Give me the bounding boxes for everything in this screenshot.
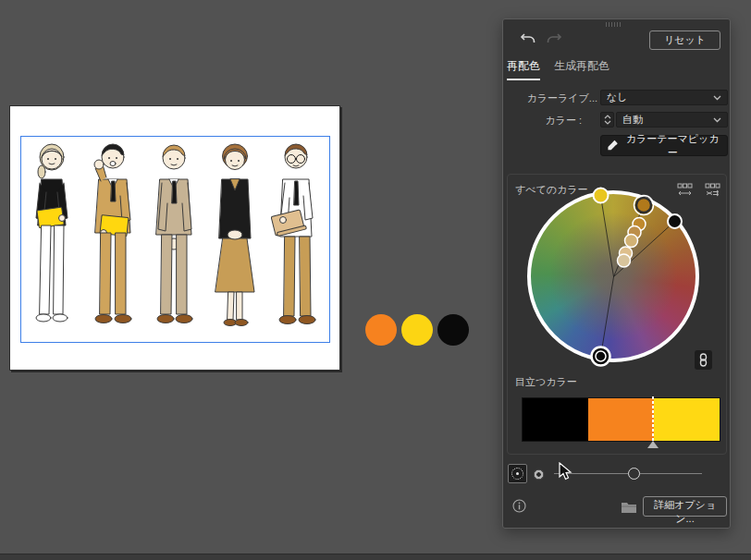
wheel-color-handle-7[interactable] <box>668 214 682 228</box>
mouse-cursor <box>559 462 572 481</box>
info-icon <box>512 499 526 513</box>
person-4 <box>215 144 254 326</box>
advanced-options-button[interactable]: 詳細オプション... <box>643 496 727 517</box>
recolor-panel: リセット 再配色 生成再配色 カラーライブ... なし カラー : 自動 カラー… <box>502 18 731 529</box>
prominent-bar-handle[interactable] <box>647 441 659 448</box>
person-3 <box>156 145 192 323</box>
prominent-bar-divider[interactable] <box>652 396 654 441</box>
artwork-swatch-yellow[interactable] <box>401 314 433 346</box>
wheel-color-handle-2[interactable] <box>625 235 638 248</box>
wheel-display-brightness-toggle[interactable] <box>529 465 548 484</box>
brightness-wheel-icon <box>534 469 544 480</box>
tab-recolor[interactable]: 再配色 <box>507 58 540 80</box>
folder-icon <box>621 501 637 514</box>
color-theme-picker-button[interactable]: カラーテーマピッカー <box>600 135 728 156</box>
stepper-arrows-icon <box>604 115 611 125</box>
undo-button[interactable] <box>518 31 538 48</box>
app-root: { "app": {"background": "#525252"}, "can… <box>0 0 751 560</box>
saturation-wheel-icon <box>511 468 523 480</box>
link-harmony-icon <box>695 350 712 370</box>
tab-generative-recolor[interactable]: 生成再配色 <box>554 58 609 80</box>
chevron-down-icon <box>713 95 721 101</box>
artwork-swatch-black[interactable] <box>437 314 469 346</box>
save-to-library-button[interactable] <box>620 501 637 515</box>
color-library-dropdown[interactable]: なし <box>600 90 728 105</box>
color-library-label: カラーライブ... <box>505 91 597 105</box>
wheel-color-handle-5[interactable] <box>594 189 609 203</box>
redo-button[interactable] <box>544 31 564 48</box>
color-wheel-section: すべてのカラー 目立つカラー <box>507 174 727 455</box>
artwork-illustration[interactable] <box>21 137 329 342</box>
prominent-colors-bar <box>522 397 720 442</box>
colors-count-dropdown[interactable]: 自動 <box>616 112 728 128</box>
person-5 <box>271 144 315 324</box>
bottom-strip <box>0 554 751 560</box>
wheel-display-saturation-toggle[interactable] <box>508 464 527 483</box>
artwork-selection-box[interactable] <box>20 136 330 343</box>
person-1 <box>36 144 68 322</box>
tab-bar: 再配色 生成再配色 <box>507 58 609 80</box>
artwork-swatch-orange[interactable] <box>365 314 397 346</box>
eyedropper-icon <box>607 140 618 152</box>
prominent-color-segment-0[interactable] <box>523 398 588 441</box>
chevron-down-icon <box>713 117 721 123</box>
prominent-color-segment-2[interactable] <box>654 398 720 441</box>
wheel-color-handle-6[interactable] <box>636 198 651 213</box>
prominent-colors-label: 目立つカラー <box>515 375 577 389</box>
wheel-color-handle-4[interactable] <box>618 254 631 267</box>
brightness-slider-knob[interactable] <box>628 468 640 480</box>
person-2 <box>94 144 131 323</box>
prominent-color-segment-1[interactable] <box>588 398 654 441</box>
link-harmony-colors-button[interactable] <box>695 350 712 370</box>
info-button[interactable] <box>511 499 527 515</box>
wheel-color-handle-8[interactable] <box>592 347 610 366</box>
colors-count-label: カラー : <box>489 114 582 128</box>
colors-count-stepper[interactable] <box>600 112 614 128</box>
artboard[interactable] <box>9 105 340 371</box>
reset-button[interactable]: リセット <box>649 30 720 50</box>
panel-drag-grip[interactable] <box>606 22 621 27</box>
